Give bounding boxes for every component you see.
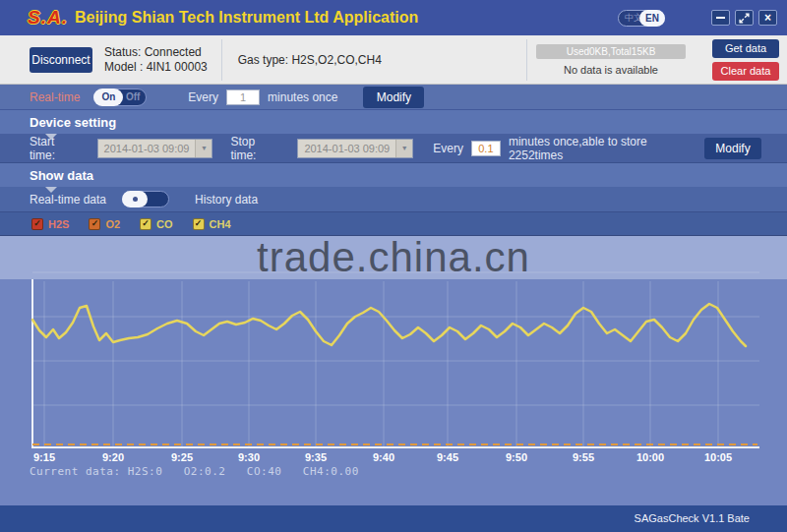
realtime-data-label: Real-time data — [30, 193, 106, 207]
storage-usage-bar: Used0KB,Total15KB — [536, 44, 686, 59]
realtime-row: Real-time On Off Every minutes once Modi… — [0, 85, 787, 110]
language-toggle[interactable]: 中文 EN — [618, 10, 665, 27]
svg-text:9:50: 9:50 — [506, 451, 527, 463]
check-icon: ✓ — [33, 219, 41, 228]
svg-text:9:40: 9:40 — [373, 451, 394, 463]
device-setting-header: Device setting — [0, 110, 787, 134]
minimize-button[interactable] — [711, 10, 730, 26]
chevron-down-icon[interactable]: ▼ — [395, 140, 412, 157]
stop-time-label: Stop time: — [230, 135, 283, 162]
history-data-label: History data — [195, 193, 258, 207]
show-data-title: Show data — [30, 168, 93, 183]
svg-text:9:55: 9:55 — [573, 451, 594, 463]
status-bar: Disconnect Status: Connected Model : 4IN… — [0, 35, 787, 85]
check-icon: ✓ — [142, 219, 150, 228]
legend-label: CO — [156, 218, 173, 230]
section-notch — [45, 187, 57, 193]
maximize-button[interactable] — [735, 10, 754, 26]
app-window: S.A. Beijing Shian Tech Instrument Ltd A… — [0, 0, 787, 532]
start-time-dropdown[interactable]: 2014-01-03 09:09 ▼ — [97, 139, 213, 158]
minimize-icon — [716, 17, 725, 19]
separator — [221, 39, 222, 81]
section-notch — [45, 134, 57, 140]
svg-text:9:45: 9:45 — [437, 451, 458, 463]
close-icon: × — [764, 12, 771, 24]
realtime-label: Real-time — [30, 90, 80, 104]
no-data-label: No data is available — [564, 64, 658, 76]
legend-checkbox[interactable]: ✓ — [140, 218, 151, 230]
sa-logo: S.A. — [28, 7, 68, 29]
realtime-on-off-toggle[interactable]: On Off — [93, 89, 147, 106]
app-title: Beijing Shian Tech Instrument Ltd Applic… — [75, 9, 418, 27]
legend-label: O2 — [105, 218, 120, 230]
language-en-knob[interactable]: EN — [639, 10, 665, 27]
show-data-row: Real-time data History data — [0, 187, 787, 212]
clear-data-button[interactable]: Clear data — [712, 62, 779, 81]
realtime-modify-button[interactable]: Modify — [363, 87, 424, 108]
legend-item-h2s: ✓ H2S — [31, 218, 69, 230]
watermark-text: trade.china.cn — [257, 234, 530, 281]
stop-time-dropdown[interactable]: 2014-01-03 09:09 ▼ — [297, 139, 413, 158]
chevron-down-icon[interactable]: ▼ — [195, 140, 212, 157]
svg-text:10:05: 10:05 — [704, 451, 732, 463]
title-bar: S.A. Beijing Shian Tech Instrument Ltd A… — [0, 0, 787, 35]
knob-dot-icon — [133, 197, 138, 202]
footer-bar: SAGasCheck V1.1 Bate — [0, 505, 787, 532]
realtime-interval-input[interactable] — [226, 89, 260, 105]
toggle-off-label: Off — [126, 91, 140, 102]
disconnect-button[interactable]: Disconnect — [30, 47, 92, 73]
start-time-value: 2014-01-03 09:09 — [98, 143, 196, 154]
svg-text:10:00: 10:00 — [636, 451, 664, 463]
gas-legend-row: ✓ H2S ✓ O2 ✓ CO ✓ CH4 — [0, 212, 787, 236]
device-interval-input[interactable] — [471, 141, 501, 156]
every-label: Every — [188, 90, 218, 104]
chart-region: 9:159:209:259:309:359:409:459:509:5510:0… — [0, 236, 787, 505]
current-data-readout: Current data: H2S:0 O2:0.2 CO:40 CH4:0.0… — [30, 465, 359, 478]
legend-item-ch4: ✓ CH4 — [193, 218, 231, 230]
toggle-on-knob: On — [93, 89, 123, 106]
legend-item-o2: ✓ O2 — [89, 218, 120, 230]
show-data-header: Show data — [0, 163, 787, 187]
stop-time-value: 2014-01-03 09:09 — [298, 143, 395, 154]
legend-checkbox[interactable]: ✓ — [193, 218, 205, 230]
version-label: SAGasCheck V1.1 Bate — [635, 512, 750, 524]
minutes-once-label: minutes once — [268, 90, 337, 104]
close-button[interactable]: × — [758, 10, 777, 26]
data-source-toggle[interactable] — [122, 191, 169, 207]
status-line: Status: Connected — [104, 45, 208, 60]
watermark-band: trade.china.cn — [0, 236, 787, 279]
toggle-knob — [122, 191, 148, 207]
legend-item-co: ✓ CO — [140, 218, 173, 230]
legend-checkbox[interactable]: ✓ — [31, 218, 43, 230]
device-setting-row: Start time: 2014-01-03 09:09 ▼ Stop time… — [0, 134, 787, 163]
svg-text:9:35: 9:35 — [305, 451, 327, 463]
gas-type-label: Gas type: H2S,O2,CO,CH4 — [238, 53, 526, 67]
store-capacity-label: minutes once,able to store 2252times — [509, 135, 704, 162]
device-setting-title: Device setting — [30, 115, 116, 130]
device-every-label: Every — [433, 142, 463, 155]
legend-label: H2S — [48, 218, 69, 230]
svg-text:9:20: 9:20 — [102, 451, 124, 463]
check-icon: ✓ — [195, 219, 203, 228]
model-line: Model : 4IN1 00003 — [104, 60, 208, 75]
check-icon: ✓ — [91, 219, 99, 228]
svg-text:9:30: 9:30 — [238, 451, 260, 463]
storage-info: Used0KB,Total15KB No data is available — [527, 44, 695, 76]
svg-text:9:25: 9:25 — [171, 451, 193, 463]
legend-label: CH4 — [210, 218, 231, 230]
connection-status: Status: Connected Model : 4IN1 00003 — [104, 45, 208, 75]
device-modify-button[interactable]: Modify — [704, 138, 761, 159]
svg-text:9:15: 9:15 — [33, 451, 55, 463]
maximize-icon — [739, 13, 750, 24]
legend-checkbox[interactable]: ✓ — [89, 218, 100, 230]
get-data-button[interactable]: Get data — [712, 39, 779, 58]
